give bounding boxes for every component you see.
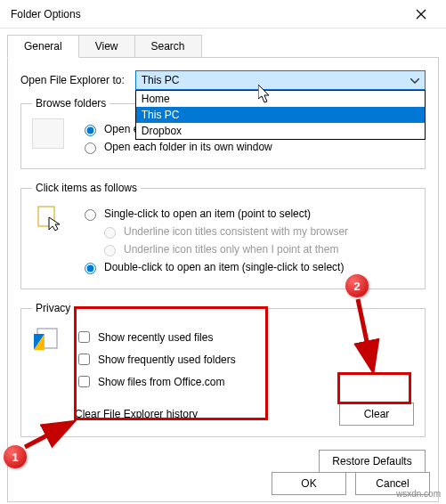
watermark: wsxdn.com <box>396 489 441 499</box>
radio-double-click[interactable]: Double-click to open an item (single-cli… <box>80 260 414 274</box>
click-legend: Click items as follows <box>32 182 141 194</box>
radio-underline-point: Underline icon titles only when I point … <box>100 242 414 256</box>
ok-button[interactable]: OK <box>272 472 346 495</box>
general-panel: Open File Explorer to: This PC Home This… <box>7 57 439 502</box>
click-items-group: Click items as follows Single-click to o… <box>20 182 426 289</box>
tab-search[interactable]: Search <box>134 35 202 58</box>
chevron-down-icon <box>410 74 419 86</box>
combo-item-home[interactable]: Home <box>136 91 425 107</box>
radio-open-own[interactable]: Open each folder in its own window <box>80 140 414 154</box>
open-in-combo[interactable]: This PC Home This PC Dropbox <box>135 70 426 90</box>
radio-single-click[interactable]: Single-click to open an item (point to s… <box>80 207 414 221</box>
check-show-office[interactable]: Show files from Office.com <box>75 373 414 390</box>
browse-legend: Browse folders <box>32 97 109 110</box>
privacy-legend: Privacy <box>32 302 74 314</box>
clear-history-label: Clear File Explorer history <box>75 408 198 420</box>
check-show-freq[interactable]: Show frequently used folders <box>75 351 414 368</box>
tab-view[interactable]: View <box>78 35 135 58</box>
open-in-dropdown: Home This PC Dropbox <box>135 90 426 140</box>
close-button[interactable] <box>403 2 439 27</box>
folder-icon <box>32 118 64 149</box>
window-title: Folder Options <box>11 8 81 20</box>
open-in-label: Open File Explorer to: <box>20 74 125 86</box>
open-in-value: This PC <box>142 74 180 86</box>
privacy-icon <box>32 327 62 354</box>
clear-button[interactable]: Clear <box>339 402 414 426</box>
titlebar: Folder Options <box>0 0 446 28</box>
restore-defaults-button[interactable]: Restore Defaults <box>319 450 426 473</box>
check-show-recent[interactable]: Show recently used files <box>75 329 414 345</box>
pointer-icon <box>32 203 64 233</box>
radio-underline-browser: Underline icon titles consistent with my… <box>100 224 414 239</box>
tab-general[interactable]: General <box>7 35 79 58</box>
combo-item-thispc[interactable]: This PC <box>136 107 425 123</box>
combo-item-dropbox[interactable]: Dropbox <box>136 123 425 139</box>
privacy-group: Privacy Show recently used files Show fr… <box>20 302 426 437</box>
tab-strip: General View Search <box>7 34 439 57</box>
